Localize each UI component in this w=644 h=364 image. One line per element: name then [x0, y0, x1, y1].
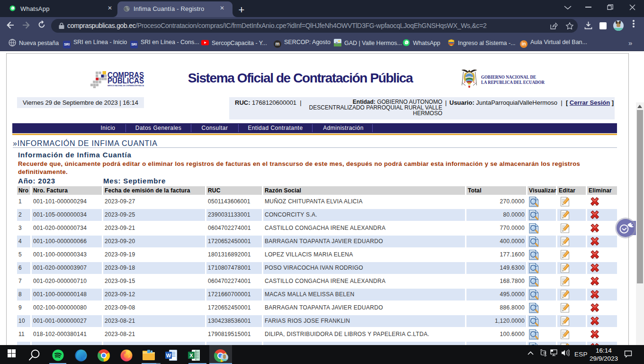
svg-text:X: X — [189, 353, 193, 358]
svg-text:W: W — [166, 353, 171, 358]
svg-text:GOBIERNO NACIONAL DE: GOBIERNO NACIONAL DE — [481, 74, 536, 80]
svg-text:LA REPUBLICA DEL ECUADOR: LA REPUBLICA DEL ECUADOR — [481, 80, 545, 85]
